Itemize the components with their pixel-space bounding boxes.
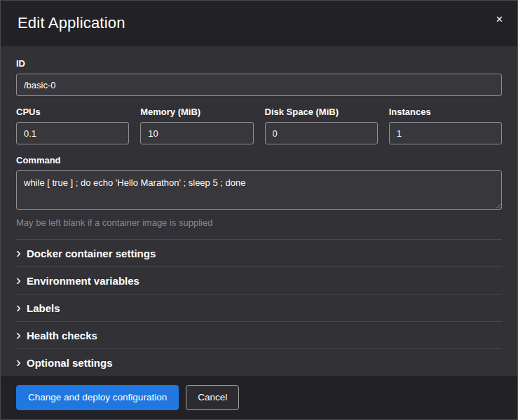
collapsible-sections: › Docker container settings › Environmen… xyxy=(16,239,502,376)
close-icon: ✕ xyxy=(496,14,503,25)
chevron-right-icon: › xyxy=(16,275,27,285)
modal-header: Edit Application ✕ xyxy=(1,1,517,46)
command-label: Command xyxy=(16,155,502,165)
section-toggle-optional-settings[interactable]: › Optional settings xyxy=(16,348,502,376)
chevron-right-icon: › xyxy=(16,330,27,339)
cpus-label: CPUs xyxy=(16,107,129,117)
section-label: Health checks xyxy=(27,330,97,341)
chevron-right-icon: › xyxy=(16,302,27,312)
chevron-right-icon: › xyxy=(16,357,27,367)
deploy-button[interactable]: Change and deploy configuration xyxy=(16,385,179,410)
cancel-button[interactable]: Cancel xyxy=(186,385,239,410)
cpus-field-group: CPUs xyxy=(16,107,129,144)
section-toggle-health-checks[interactable]: › Health checks xyxy=(16,321,502,348)
instances-label: Instances xyxy=(389,107,502,117)
id-input[interactable] xyxy=(16,74,502,96)
instances-field-group: Instances xyxy=(389,107,502,144)
modal-title: Edit Application xyxy=(18,14,500,32)
instances-input[interactable] xyxy=(389,122,502,144)
memory-label: Memory (MiB) xyxy=(140,107,253,117)
id-field-group: ID xyxy=(16,58,502,96)
chevron-right-icon: › xyxy=(16,248,27,257)
section-label: Environment variables xyxy=(27,275,139,287)
modal-footer: Change and deploy configuration Cancel xyxy=(1,376,517,419)
modal-body: ID CPUs Memory (MiB) Disk Space (MiB) In… xyxy=(1,46,517,376)
edit-application-modal: Edit Application ✕ ID CPUs Memory (MiB) … xyxy=(0,0,518,420)
section-toggle-docker-container-settings[interactable]: › Docker container settings xyxy=(16,239,502,266)
cpus-input[interactable] xyxy=(16,122,129,144)
disk-label: Disk Space (MiB) xyxy=(265,107,378,117)
resources-row: CPUs Memory (MiB) Disk Space (MiB) Insta… xyxy=(16,107,502,144)
section-label: Optional settings xyxy=(27,357,113,369)
memory-field-group: Memory (MiB) xyxy=(140,107,253,144)
disk-field-group: Disk Space (MiB) xyxy=(265,107,378,144)
section-label: Docker container settings xyxy=(27,248,156,259)
command-field-group: Command while [ true ] ; do echo 'Hello … xyxy=(16,155,502,228)
section-label: Labels xyxy=(27,302,60,314)
section-toggle-labels[interactable]: › Labels xyxy=(16,294,502,321)
memory-input[interactable] xyxy=(140,122,253,144)
command-help-text: May be left blank if a container image i… xyxy=(16,217,502,228)
command-input[interactable]: while [ true ] ; do echo 'Hello Marathon… xyxy=(16,170,502,210)
disk-input[interactable] xyxy=(265,122,378,144)
id-label: ID xyxy=(16,58,502,69)
close-button[interactable]: ✕ xyxy=(491,11,507,28)
section-toggle-environment-variables[interactable]: › Environment variables xyxy=(16,266,502,294)
